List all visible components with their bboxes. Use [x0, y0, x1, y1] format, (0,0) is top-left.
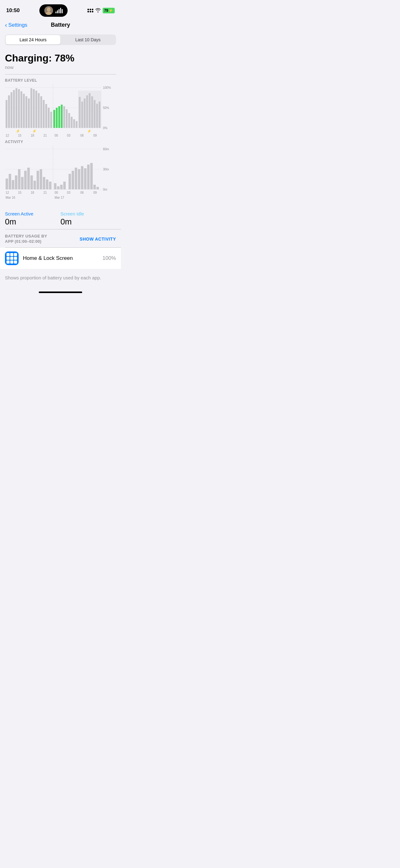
svg-text:100%: 100%: [103, 86, 111, 89]
svg-rect-37: [73, 119, 75, 128]
svg-rect-14: [15, 88, 18, 128]
svg-text:60m: 60m: [103, 148, 109, 151]
app-name: Home & Lock Screen: [23, 255, 98, 261]
svg-text:12: 12: [6, 134, 9, 137]
svg-rect-76: [33, 181, 36, 189]
app-row[interactable]: Home & Lock Screen 100%: [0, 248, 121, 269]
svg-rect-84: [60, 185, 63, 189]
app-icon-grid: [6, 253, 17, 264]
svg-rect-38: [76, 121, 77, 128]
sound-bar-2: [57, 10, 58, 13]
svg-rect-25: [43, 100, 45, 128]
svg-rect-11: [8, 95, 10, 128]
battery-usage-header: BATTERY USAGE BYAPP (01:00–02:00) SHOW A…: [0, 229, 121, 247]
screen-active-value: 0m: [5, 217, 61, 227]
screen-active-stat: Screen Active 0m: [5, 211, 61, 227]
svg-rect-78: [40, 169, 42, 189]
app-percentage: 100%: [103, 255, 116, 261]
main-content: Last 24 Hours Last 10 Days Charging: 78%…: [0, 34, 121, 296]
home-indicator: [0, 285, 121, 296]
svg-text:09: 09: [93, 134, 97, 137]
home-bar: [39, 291, 82, 293]
svg-rect-18: [26, 96, 27, 128]
svg-rect-83: [57, 186, 60, 189]
svg-rect-87: [72, 171, 74, 189]
screen-idle-label: Screen Idle: [61, 211, 116, 216]
svg-rect-13: [13, 90, 15, 128]
svg-point-1: [47, 7, 51, 12]
svg-rect-45: [91, 96, 93, 128]
svg-rect-81: [49, 182, 52, 189]
svg-rect-22: [35, 91, 37, 128]
svg-rect-71: [18, 169, 21, 189]
svg-text:⚡: ⚡: [16, 129, 20, 133]
svg-rect-36: [71, 117, 72, 128]
battery-level-chart: 100% 50% 0%: [5, 85, 116, 137]
svg-text:12: 12: [6, 191, 9, 194]
charging-info: Charging: 78% now: [0, 50, 121, 71]
svg-rect-19: [28, 98, 30, 128]
svg-rect-26: [45, 104, 47, 128]
svg-rect-82: [54, 183, 57, 189]
battery-usage-title: BATTERY USAGE BYAPP (01:00–02:00): [5, 234, 47, 244]
status-right: 79 ⚡: [88, 8, 115, 13]
avatar: [44, 6, 53, 15]
svg-text:00: 00: [55, 134, 58, 137]
icon-dot: [10, 253, 13, 256]
svg-text:09: 09: [93, 191, 97, 194]
svg-text:0m: 0m: [103, 188, 107, 191]
svg-rect-34: [66, 109, 68, 128]
app-icon-home-lock: [5, 251, 19, 265]
svg-text:30m: 30m: [103, 168, 109, 171]
segmented-control[interactable]: Last 24 Hours Last 10 Days: [5, 34, 116, 45]
tab-last-10-days[interactable]: Last 10 Days: [61, 35, 115, 44]
icon-dot: [6, 260, 10, 264]
back-button[interactable]: ‹ Settings: [5, 22, 27, 29]
svg-text:06: 06: [80, 191, 84, 194]
svg-text:⚡: ⚡: [32, 129, 37, 133]
divider-1: [5, 74, 116, 74]
svg-rect-70: [15, 176, 18, 189]
svg-rect-12: [10, 92, 12, 128]
status-bar: 10:50 79: [0, 0, 121, 19]
activity-section: ACTIVITY 60m 30m 0m: [0, 140, 121, 206]
svg-rect-89: [78, 169, 80, 189]
icon-dot: [6, 257, 10, 260]
info-text-box: Shows proportion of battery used by each…: [0, 270, 121, 285]
sound-bar-3: [59, 9, 60, 13]
svg-rect-47: [96, 104, 98, 128]
svg-text:00: 00: [55, 191, 58, 194]
svg-rect-27: [48, 108, 49, 128]
screen-stats: Screen Active 0m Screen Idle 0m: [0, 206, 121, 229]
svg-rect-85: [63, 182, 66, 189]
svg-text:18: 18: [31, 134, 34, 137]
screen-idle-value: 0m: [61, 217, 116, 227]
svg-rect-88: [75, 168, 77, 189]
svg-rect-93: [90, 163, 93, 189]
svg-text:Mar 16: Mar 16: [6, 196, 15, 199]
svg-rect-43: [86, 95, 88, 128]
svg-rect-75: [30, 176, 33, 189]
show-activity-button[interactable]: SHOW ACTIVITY: [80, 237, 116, 242]
tab-last-24-hours[interactable]: Last 24 Hours: [6, 35, 61, 44]
icon-dot: [14, 260, 17, 264]
svg-text:03: 03: [67, 134, 71, 137]
svg-rect-68: [9, 174, 11, 189]
icon-dot: [6, 253, 10, 256]
icon-dot: [14, 253, 17, 256]
svg-rect-20: [30, 88, 32, 128]
svg-rect-28: [50, 112, 52, 128]
svg-rect-24: [40, 96, 42, 128]
svg-rect-92: [87, 164, 90, 189]
svg-text:15: 15: [18, 191, 22, 194]
svg-rect-94: [93, 185, 96, 189]
svg-rect-21: [33, 89, 35, 128]
svg-rect-74: [27, 168, 30, 189]
svg-rect-86: [69, 174, 71, 189]
svg-rect-73: [24, 171, 27, 189]
svg-rect-91: [84, 168, 87, 189]
charging-status: Charging: 78%: [5, 53, 116, 64]
svg-rect-79: [43, 177, 45, 189]
svg-rect-33: [63, 106, 65, 128]
svg-rect-17: [23, 94, 25, 128]
